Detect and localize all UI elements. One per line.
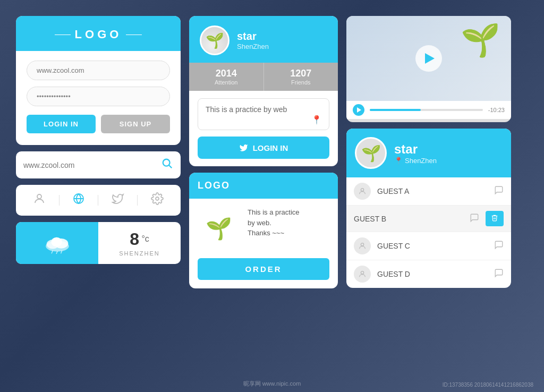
guest-b-message-btn[interactable] (470, 213, 479, 225)
profile-avatar (200, 25, 230, 55)
stat-attention: 2014 Attention (189, 63, 264, 91)
weather-card: 8 °c SHENZHEN (16, 222, 181, 264)
guest-row-b: GUEST B (346, 206, 511, 232)
guest-main-location: 📍 ShenZhen (394, 157, 437, 165)
video-thumbnail: 🌱 (346, 16, 511, 101)
settings-icon[interactable] (151, 192, 164, 208)
product-description: This is a practice by web. Thanks ~~~ (248, 207, 329, 238)
profile-name: star (237, 30, 269, 42)
friends-label: Friends (268, 79, 334, 86)
product-desc-text: This is a practice by web. Thanks ~~~ (248, 207, 329, 238)
icons-card (16, 185, 181, 216)
url-input[interactable] (27, 61, 170, 80)
search-card (16, 151, 181, 178)
signup-button[interactable]: SIGN UP (101, 115, 170, 133)
login-card: LOGO LOGIN IN SIGN UP (16, 16, 181, 145)
product-logo-text: LOGO (198, 180, 230, 191)
temperature-display: 8 °c (130, 229, 149, 249)
search-button[interactable] (162, 158, 173, 172)
video-plant-image: 🌱 (461, 21, 500, 59)
svg-point-12 (361, 189, 363, 191)
guest-header: 🌱 star 📍 ShenZhen (346, 129, 511, 177)
video-progress-bar[interactable] (370, 109, 483, 111)
avatar-plant-image (201, 27, 228, 54)
svg-point-0 (163, 159, 170, 166)
svg-point-14 (361, 271, 363, 274)
profile-message-text: This is a practice by web (206, 105, 287, 114)
watermark-id: ID:13738356 20180614141216862038 (443, 382, 533, 388)
login-buttons: LOGIN IN SIGN UP (27, 115, 170, 133)
profile-header: star ShenZhen (189, 16, 338, 63)
login-header: LOGO (16, 16, 181, 51)
guest-header-info: star 📍 ShenZhen (394, 142, 437, 165)
guest-a-name: GUEST A (377, 187, 488, 195)
attention-label: Attention (193, 79, 259, 86)
basketball-icon[interactable] (72, 192, 85, 208)
password-input[interactable] (27, 87, 170, 106)
icon-divider-2 (98, 195, 98, 206)
profile-message: This is a practice by web (198, 98, 329, 130)
play-triangle-icon (425, 53, 435, 64)
guest-row-a: GUEST A (346, 177, 511, 206)
profile-location: ShenZhen (237, 42, 269, 50)
profile-info: star ShenZhen (237, 30, 269, 50)
guest-main-name: star (394, 142, 437, 157)
weather-info: 8 °c SHENZHEN (98, 222, 181, 264)
search-input[interactable] (23, 161, 157, 169)
guest-d-avatar (354, 266, 371, 283)
profile-text-box: This is a practice by web 📍 (198, 98, 329, 130)
svg-point-2 (37, 194, 41, 199)
play-button-small[interactable] (353, 104, 364, 116)
watermark-site: 昵享网 www.nipic.com (243, 380, 301, 388)
guest-d-message-btn[interactable] (494, 268, 504, 280)
video-progress-fill (370, 109, 421, 111)
guest-c-avatar (354, 237, 371, 254)
friends-num: 1207 (268, 68, 334, 79)
profile-card: star ShenZhen 2014 Attention 1207 Friend… (189, 16, 338, 166)
left-column: LOGO LOGIN IN SIGN UP (16, 16, 181, 288)
attention-num: 2014 (193, 68, 259, 79)
temp-unit: °c (141, 234, 149, 243)
logo-line-left (55, 35, 71, 35)
login-button[interactable]: LOGIN IN (27, 115, 96, 133)
location-icon-small: 📍 (394, 157, 403, 165)
icon-divider-1 (59, 195, 60, 206)
guest-row-d: GUEST D (346, 260, 511, 288)
order-button[interactable]: ORDER (198, 258, 329, 280)
video-card: 🌱 -10:23 (346, 16, 511, 122)
twitter-login-button[interactable]: LOGIN IN (198, 137, 329, 159)
product-image: 🌱 (198, 207, 240, 250)
profile-stats: 2014 Attention 1207 Friends (189, 63, 338, 91)
guest-card: 🌱 star 📍 ShenZhen (346, 129, 511, 288)
guest-list: GUEST A GUEST B (346, 177, 511, 288)
guest-d-name: GUEST D (377, 270, 488, 278)
weather-city: SHENZHEN (119, 250, 160, 257)
logo-line-right (126, 35, 142, 35)
twitter-login-label: LOGIN IN (253, 143, 288, 152)
guest-b-delete-btn[interactable] (486, 211, 504, 226)
svg-line-1 (169, 165, 172, 168)
stat-friends: 1207 Friends (264, 63, 338, 91)
svg-point-13 (361, 243, 363, 246)
temp-value: 8 (130, 229, 139, 249)
guest-location-text: ShenZhen (405, 157, 437, 165)
guest-c-name: GUEST C (377, 242, 488, 250)
small-play-icon (357, 107, 361, 113)
guest-a-avatar (354, 183, 371, 200)
guest-a-message-btn[interactable] (494, 185, 504, 197)
video-controls-bar: -10:23 (346, 101, 511, 119)
product-body: 🌱 This is a practice by web. Thanks ~~~ (189, 199, 338, 258)
video-time: -10:23 (488, 107, 505, 113)
product-card: LOGO 🌱 This is a practice by web. Thanks… (189, 173, 338, 288)
middle-column: star ShenZhen 2014 Attention 1207 Friend… (189, 16, 338, 288)
play-button-large[interactable] (415, 45, 442, 72)
profile-body: This is a practice by web 📍 LOGIN IN (189, 91, 338, 166)
logo-title: LOGO (27, 28, 170, 41)
guest-c-message-btn[interactable] (494, 240, 504, 252)
location-pin-icon: 📍 (311, 115, 322, 125)
guest-row-c: GUEST C (346, 232, 511, 260)
svg-point-8 (51, 237, 62, 246)
icon-divider-3 (137, 195, 138, 206)
twitter-icon[interactable] (112, 192, 124, 208)
user-icon[interactable] (33, 192, 46, 208)
